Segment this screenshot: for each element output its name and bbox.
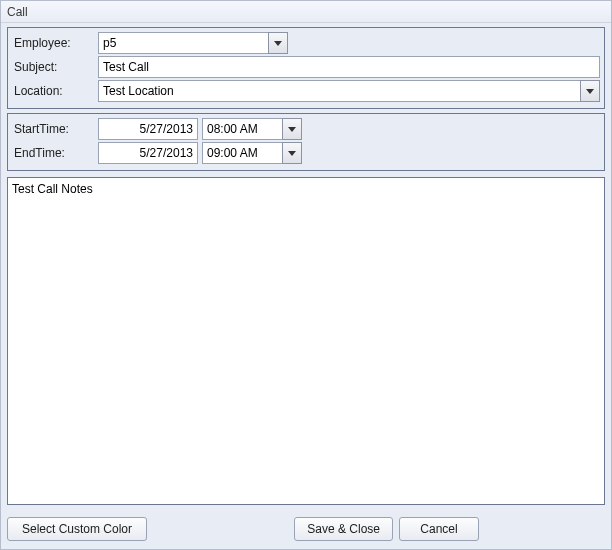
- end-time-label: EndTime:: [12, 146, 98, 160]
- time-block: StartTime: 5/27/2013 08:00 AM EndTime: 5…: [7, 113, 605, 171]
- location-label: Location:: [12, 84, 98, 98]
- save-and-close-button[interactable]: Save & Close: [294, 517, 393, 541]
- notes-textarea[interactable]: [7, 177, 605, 505]
- start-time-combo[interactable]: 08:00 AM: [202, 118, 302, 140]
- notes-container: [7, 177, 605, 505]
- employee-value[interactable]: p5: [98, 32, 268, 54]
- employee-combo[interactable]: p5: [98, 32, 288, 54]
- location-value[interactable]: Test Location: [98, 80, 580, 102]
- cancel-button[interactable]: Cancel: [399, 517, 479, 541]
- end-date-input[interactable]: 5/27/2013: [98, 142, 198, 164]
- end-time-combo[interactable]: 09:00 AM: [202, 142, 302, 164]
- location-combo[interactable]: Test Location: [98, 80, 600, 102]
- chevron-down-icon: [288, 127, 296, 132]
- button-bar: Select Custom Color Save & Close Cancel: [1, 511, 611, 549]
- employee-dropdown-button[interactable]: [268, 32, 288, 54]
- chevron-down-icon: [274, 41, 282, 46]
- employee-label: Employee:: [12, 36, 98, 50]
- details-block: Employee: p5 Subject: Location: Test Loc…: [7, 27, 605, 109]
- chevron-down-icon: [586, 89, 594, 94]
- window-title: Call: [1, 1, 611, 23]
- chevron-down-icon: [288, 151, 296, 156]
- location-dropdown-button[interactable]: [580, 80, 600, 102]
- dialog-content: Employee: p5 Subject: Location: Test Loc…: [1, 23, 611, 511]
- end-time-dropdown-button[interactable]: [282, 142, 302, 164]
- call-dialog: Call Employee: p5 Subject: Location: Tes: [0, 0, 612, 550]
- start-date-input[interactable]: 5/27/2013: [98, 118, 198, 140]
- subject-input[interactable]: [98, 56, 600, 78]
- start-time-value[interactable]: 08:00 AM: [202, 118, 282, 140]
- end-time-value[interactable]: 09:00 AM: [202, 142, 282, 164]
- start-time-dropdown-button[interactable]: [282, 118, 302, 140]
- select-custom-color-button[interactable]: Select Custom Color: [7, 517, 147, 541]
- subject-label: Subject:: [12, 60, 98, 74]
- start-time-label: StartTime:: [12, 122, 98, 136]
